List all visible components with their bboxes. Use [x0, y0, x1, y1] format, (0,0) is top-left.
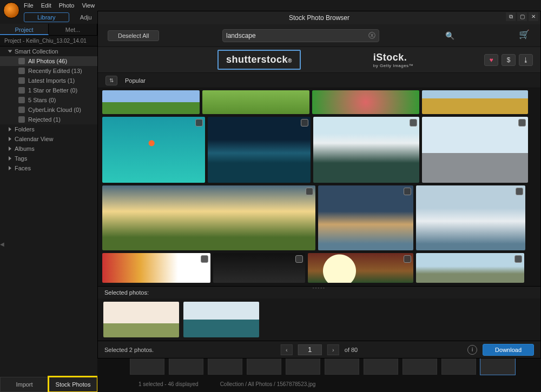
- select-checkbox[interactable]: [201, 255, 208, 263]
- results-grid: [98, 88, 540, 286]
- tree-smart-collection[interactable]: Smart Collection: [0, 46, 97, 56]
- page-next-icon[interactable]: ›: [327, 344, 339, 355]
- select-checkbox[interactable]: [301, 119, 308, 127]
- import-icon: [18, 77, 25, 84]
- close-icon[interactable]: ✕: [529, 12, 538, 21]
- menu-photo[interactable]: Photo: [59, 2, 75, 9]
- search-icon[interactable]: 🔍: [445, 31, 454, 40]
- stock-photo-browser-modal: Stock Photo Browser ⧉ ▢ ✕ Deselect All ⓧ…: [97, 11, 541, 358]
- provider-tabs: shutterstock® iStock.by Getty Images™ ♥ …: [98, 47, 540, 73]
- tree-latest-imports[interactable]: Latest Imports (1): [0, 76, 97, 85]
- favorites-icon[interactable]: ♥: [484, 54, 498, 66]
- select-checkbox[interactable]: [516, 188, 523, 195]
- status-bar: 1 selected - 46 displayed Collection / A…: [130, 379, 541, 389]
- modal-footer: Selected 2 photos. ‹ › of 80 i Download: [98, 341, 540, 358]
- status-selection: 1 selected - 46 displayed: [138, 381, 199, 387]
- result-thumb[interactable]: [102, 90, 200, 114]
- search-input[interactable]: [226, 32, 368, 39]
- clear-search-icon[interactable]: ⓧ: [368, 31, 375, 41]
- tree-albums[interactable]: Albums: [0, 144, 97, 154]
- search-field[interactable]: ⓧ: [222, 29, 379, 42]
- project-name-label: Project - Keilin_Chiu_13.02_14.01: [0, 36, 97, 46]
- page-total-label: of 80: [345, 347, 358, 353]
- result-thumb[interactable]: [202, 90, 309, 114]
- result-thumb[interactable]: [416, 253, 524, 283]
- tab-metadata[interactable]: Met...: [49, 24, 97, 35]
- tree-5stars[interactable]: 5 Stars (0): [0, 95, 97, 105]
- select-checkbox[interactable]: [514, 255, 522, 263]
- info-icon[interactable]: i: [467, 345, 477, 355]
- tree-faces[interactable]: Faces: [0, 163, 97, 173]
- result-thumb[interactable]: [102, 185, 315, 250]
- star-icon: [18, 97, 25, 103]
- result-thumb[interactable]: [102, 117, 205, 183]
- select-checkbox[interactable]: [518, 119, 526, 127]
- select-checkbox[interactable]: [404, 255, 411, 263]
- result-thumb[interactable]: [102, 253, 210, 283]
- purchased-icon[interactable]: $: [502, 54, 516, 66]
- pager: ‹ › of 80: [281, 344, 358, 355]
- sidebar-bottom-buttons: Import Stock Photos: [0, 377, 97, 392]
- result-thumb[interactable]: [208, 117, 311, 183]
- tree-1star[interactable]: 1 Star or Better (0): [0, 85, 97, 95]
- tab-library[interactable]: Library: [24, 12, 69, 22]
- select-checkbox[interactable]: [410, 119, 417, 127]
- result-thumb[interactable]: [422, 117, 528, 183]
- sort-row: ⇅ Popular: [98, 73, 540, 88]
- tree-all-photos[interactable]: All Photos (46): [0, 56, 97, 66]
- import-button[interactable]: Import: [0, 377, 49, 392]
- chevron-down-icon: [8, 50, 12, 53]
- menu-view[interactable]: View: [82, 2, 95, 9]
- tab-project[interactable]: Project: [0, 24, 49, 35]
- selected-header: ▪▪▪▪▪ Selected photos:: [98, 286, 540, 298]
- sidebar: Project - Keilin_Chiu_13.02_14.01 Smart …: [0, 36, 97, 392]
- tree-recently-edited[interactable]: Recently Edited (13): [0, 66, 97, 76]
- stock-photos-button[interactable]: Stock Photos: [49, 377, 97, 392]
- tree-calendar[interactable]: Calendar View: [0, 134, 97, 144]
- popout-icon[interactable]: ⧉: [506, 12, 516, 21]
- app-logo-icon: [3, 2, 19, 18]
- provider-istock[interactable]: iStock.by Getty Images™: [366, 49, 421, 71]
- select-checkbox[interactable]: [306, 188, 313, 195]
- menu-edit[interactable]: Edit: [41, 2, 51, 9]
- modal-titlebar: Stock Photo Browser ⧉ ▢ ✕: [98, 11, 540, 24]
- reject-icon: [18, 116, 25, 123]
- select-checkbox[interactable]: [295, 255, 303, 263]
- result-thumb[interactable]: [308, 253, 413, 283]
- collapse-sidebar-icon[interactable]: ◀: [0, 241, 5, 251]
- downloads-icon[interactable]: ⭳: [519, 54, 533, 66]
- menu-file[interactable]: File: [24, 2, 34, 9]
- chevron-right-icon: [9, 137, 11, 141]
- download-button[interactable]: Download: [483, 344, 534, 356]
- tree-cyberlink-cloud[interactable]: CyberLink Cloud (0): [0, 105, 97, 115]
- chevron-right-icon: [9, 127, 11, 131]
- sort-options-icon[interactable]: ⇅: [105, 76, 117, 85]
- selected-thumb[interactable]: [183, 302, 259, 337]
- edit-icon: [18, 68, 25, 74]
- sort-label[interactable]: Popular: [125, 77, 146, 84]
- select-checkbox[interactable]: [195, 119, 203, 127]
- cart-icon[interactable]: 🛒: [518, 29, 531, 42]
- tree-tags[interactable]: Tags: [0, 154, 97, 163]
- provider-shutterstock[interactable]: shutterstock®: [217, 50, 301, 70]
- deselect-all-button[interactable]: Deselect All: [108, 30, 159, 41]
- page-number-input[interactable]: [298, 344, 322, 355]
- modal-toolbar: Deselect All ⓧ 🔍 🛒: [98, 24, 540, 47]
- result-thumb[interactable]: [213, 253, 305, 283]
- select-checkbox[interactable]: [404, 188, 411, 195]
- page-prev-icon[interactable]: ‹: [281, 344, 293, 355]
- result-thumb[interactable]: [422, 90, 528, 114]
- selected-thumb[interactable]: [103, 302, 179, 337]
- drag-handle-icon[interactable]: ▪▪▪▪▪: [313, 285, 326, 290]
- chevron-right-icon: [9, 166, 11, 170]
- tab-adjustment[interactable]: Adju: [80, 14, 92, 21]
- tree-folders[interactable]: Folders: [0, 124, 97, 134]
- result-thumb[interactable]: [313, 117, 419, 183]
- maximize-icon[interactable]: ▢: [517, 12, 527, 21]
- selected-count-label: Selected 2 photos.: [104, 347, 154, 353]
- tree-rejected[interactable]: Rejected (1): [0, 115, 97, 124]
- result-thumb[interactable]: [318, 185, 413, 250]
- result-thumb[interactable]: [416, 185, 525, 250]
- star-icon: [18, 87, 25, 94]
- result-thumb[interactable]: [312, 90, 419, 114]
